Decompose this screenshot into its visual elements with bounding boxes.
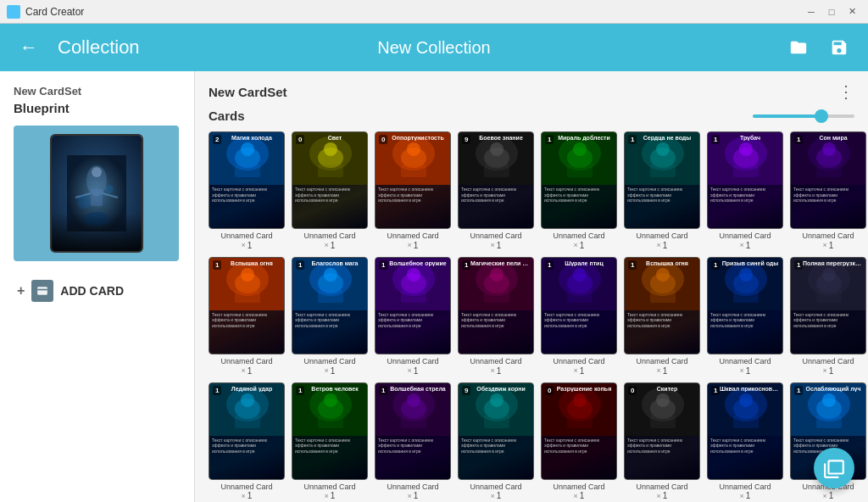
card-item[interactable]: 1Благослов мага Текст карточки с описани… (292, 257, 368, 376)
card-item[interactable]: 1Полная перегрузка события Текст карточк… (790, 257, 866, 376)
svg-rect-100 (318, 416, 343, 428)
card-quantity: 1 (746, 491, 751, 500)
open-file-button[interactable] (783, 32, 814, 63)
fab-icon (823, 457, 845, 479)
multiply-icon: × (574, 492, 578, 500)
svg-rect-120 (650, 416, 676, 428)
card-title-overlay: Боевое знание (470, 135, 531, 141)
card-number: 2 (213, 135, 221, 144)
card-item[interactable]: 2Магия холода Текст карточки с описанием… (209, 131, 285, 250)
multiply-icon: × (408, 492, 412, 500)
card-label: Unnamed Card (802, 231, 854, 241)
save-button[interactable] (824, 32, 854, 63)
card-title-overlay: Оппортунистость (387, 135, 448, 141)
card-item[interactable]: 0Скитер Текст карточки с описанием эффек… (624, 382, 700, 501)
card-quantity: 1 (829, 241, 834, 250)
multiply-icon: × (657, 241, 661, 249)
card-item[interactable]: 9Обездвиж корни Текст карточки с описани… (458, 382, 534, 501)
card-number: 1 (794, 386, 803, 395)
card-title-overlay: Ледяной удар (221, 386, 282, 392)
multiply-icon: × (657, 492, 661, 500)
minimize-button[interactable]: ─ (802, 4, 821, 20)
svg-point-24 (407, 142, 420, 156)
card-item[interactable]: 0Разрушение копья Текст карточки с описа… (541, 382, 617, 501)
card-thumbnail: 1Магические пели сражений Текст карточки… (458, 257, 534, 354)
card-text-body: Текст карточки с описанием эффекта и пра… (459, 185, 533, 228)
right-panel[interactable]: New CardSet ⋮ Cards 2Магия холода Текст … (195, 71, 868, 502)
svg-rect-30 (484, 165, 509, 177)
card-text-body: Текст карточки с описанием эффекта и пра… (708, 436, 782, 479)
multiply-icon: × (823, 241, 827, 249)
card-title-overlay: Благослов мага (304, 260, 365, 266)
close-button[interactable]: ✕ (843, 4, 861, 20)
card-item[interactable]: 1Сон мира Текст карточки с описанием эфф… (790, 131, 866, 250)
card-quantity: 1 (414, 491, 419, 500)
card-quantity: 1 (663, 241, 668, 250)
card-item[interactable]: 1Ветров человек Текст карточки с описани… (292, 382, 368, 501)
svg-point-14 (241, 142, 254, 156)
card-text-body: Текст карточки с описанием эффекта и пра… (209, 310, 284, 354)
card-item[interactable]: 1Сердца не воды Текст карточки с описани… (624, 131, 700, 250)
card-title-overlay: Волшебное оружие (387, 260, 448, 266)
card-text-body: Текст карточки с описанием эффекта и пра… (708, 310, 782, 354)
card-quantity: 1 (580, 241, 585, 250)
card-title-overlay: Скитер (637, 386, 698, 392)
card-item[interactable]: 1Ледяной удар Текст карточки с описанием… (209, 382, 285, 501)
card-thumbnail: 1Волшебное оружие Текст карточки с описа… (375, 257, 451, 354)
card-title-overlay: Мираль доблести (554, 135, 615, 141)
back-button[interactable]: ← (14, 32, 44, 63)
card-number: 1 (628, 135, 637, 144)
card-quantity: 1 (580, 491, 585, 500)
maximize-button[interactable]: □ (822, 4, 841, 20)
card-thumbnail: 1Сон мира Текст карточки с описанием эфф… (790, 131, 866, 229)
card-label: Unnamed Card (636, 482, 687, 492)
cardset-section-label: New CardSet (14, 85, 181, 98)
card-number: 1 (296, 386, 304, 395)
card-item[interactable]: 1Шурале птиц Текст карточки с описанием … (541, 257, 617, 376)
svg-point-119 (656, 393, 670, 407)
card-item[interactable]: 1Вспышка огня Текст карточки с описанием… (209, 257, 285, 376)
card-item[interactable]: 0Оппортунистость Текст карточки с описан… (375, 131, 451, 250)
card-item[interactable]: 1Магические пели сражений Текст карточки… (458, 257, 534, 376)
zoom-slider[interactable] (753, 114, 854, 118)
more-options-button[interactable]: ⋮ (837, 81, 854, 102)
card-thumbnail: 1Шурале птиц Текст карточки с описанием … (541, 257, 617, 354)
svg-rect-35 (567, 165, 593, 177)
card-item[interactable]: 1Вспышка огня Текст карточки с описанием… (624, 257, 700, 376)
card-thumbnail: 1Вспышка огня Текст карточки с описанием… (624, 257, 700, 354)
card-label: Unnamed Card (470, 231, 521, 241)
svg-point-8 (105, 185, 114, 193)
svg-rect-90 (816, 290, 842, 303)
cardset-header: New CardSet ⋮ (209, 81, 854, 102)
card-label: Unnamed Card (220, 482, 272, 492)
card-thumbnail: 1Волшебная стрела Текст карточки с описа… (375, 382, 451, 480)
card-number: 1 (296, 260, 304, 270)
card-number: 1 (794, 260, 803, 270)
card-quantity: 1 (331, 366, 336, 376)
card-title-overlay: Вспышка огня (221, 260, 282, 266)
card-item[interactable]: 1Волшебная стрела Текст карточки с описа… (375, 382, 451, 501)
card-title-overlay: Ветров человек (304, 386, 365, 392)
card-item[interactable]: 1Призыв синей оды Текст карточки с описа… (707, 257, 783, 376)
svg-rect-55 (235, 290, 260, 303)
multiply-icon: × (242, 241, 246, 249)
card-number: 0 (379, 135, 387, 144)
multiply-icon: × (242, 492, 246, 500)
card-icon (31, 280, 53, 302)
card-item[interactable]: 0Свет Текст карточки с описанием эффекта… (292, 131, 368, 250)
card-thumbnail: 1Благослов мага Текст карточки с описани… (292, 257, 368, 354)
card-item[interactable]: 1Волшебное оружие Текст карточки с описа… (375, 257, 451, 376)
card-label: Unnamed Card (303, 482, 355, 492)
card-text-body: Текст карточки с описанием эффекта и пра… (625, 436, 699, 479)
card-number: 0 (545, 386, 554, 395)
svg-rect-105 (401, 416, 426, 428)
svg-rect-80 (650, 290, 676, 303)
card-item[interactable]: 1Трубач Текст карточки с описанием эффек… (707, 131, 783, 250)
card-item[interactable]: 9Боевое знание Текст карточки с описание… (458, 131, 534, 250)
fab-button[interactable] (814, 448, 854, 488)
add-card-button[interactable]: + ADD CARD (14, 273, 181, 309)
blueprint-preview[interactable] (14, 126, 179, 261)
card-thumbnail: 9Обездвиж корни Текст карточки с описани… (458, 382, 534, 480)
card-item[interactable]: 1Шквал прикосновений Текст карточки с оп… (707, 382, 783, 501)
card-item[interactable]: 1Мираль доблести Текст карточки с описан… (541, 131, 617, 250)
